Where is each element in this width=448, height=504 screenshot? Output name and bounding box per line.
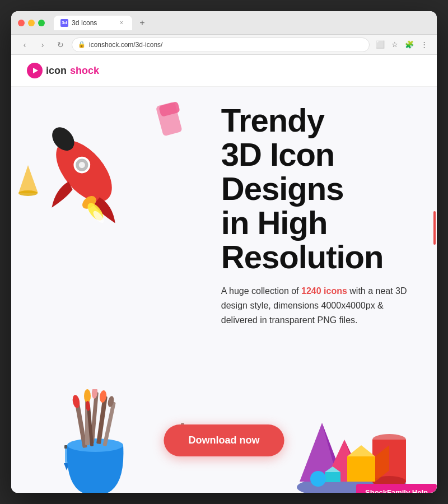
- svg-rect-42: [325, 472, 340, 482]
- tab-bar: 3d 3d Icons × +: [54, 16, 430, 30]
- hero-title-line5: Resolution: [221, 239, 384, 275]
- refresh-button[interactable]: ↻: [54, 38, 67, 52]
- logo-play-icon: [33, 68, 38, 73]
- screenshot-icon[interactable]: ⬜: [374, 39, 386, 51]
- hero-title-line3: Designs: [221, 170, 344, 207]
- extension-icon[interactable]: 🧩: [403, 39, 416, 51]
- paintbrush-container: [45, 389, 146, 493]
- svg-marker-10: [18, 165, 38, 193]
- hero-title-line4: in High: [221, 204, 328, 241]
- lock-icon: 🔒: [78, 41, 86, 48]
- browser-tab[interactable]: 3d 3d Icons ×: [54, 16, 132, 30]
- hero-title-line2: 3D Icon: [221, 136, 335, 172]
- logo-icon: [27, 63, 43, 78]
- hero-section: Trendy 3D Icon Designs in High Resolutio…: [11, 87, 437, 493]
- hero-title: Trendy 3D Icon Designs in High Resolutio…: [221, 104, 426, 274]
- forward-button[interactable]: ›: [36, 38, 49, 52]
- float-pink-shape: [154, 101, 185, 137]
- title-bar: 3d 3d Icons × +: [11, 11, 437, 35]
- new-tab-button[interactable]: +: [136, 16, 149, 30]
- address-bar: ‹ › ↻ 🔒 iconshock.com/3d-icons/ ⬜ ☆ 🧩 ⋮: [11, 35, 437, 55]
- logo-text-icon: icon: [46, 65, 67, 77]
- description-before: A huge collection of: [221, 286, 301, 296]
- tab-title: 3d Icons: [72, 19, 97, 27]
- minimize-traffic-light[interactable]: [28, 20, 35, 26]
- download-now-button[interactable]: Download now: [164, 424, 284, 456]
- close-traffic-light[interactable]: [18, 20, 25, 26]
- page-content: iconshock: [11, 55, 437, 493]
- svg-point-4: [79, 162, 85, 168]
- svg-point-22: [84, 389, 91, 403]
- bookmark-star-icon[interactable]: ☆: [389, 39, 401, 51]
- traffic-lights: [18, 20, 45, 26]
- url-bar[interactable]: 🔒 iconshock.com/3d-icons/: [72, 38, 370, 52]
- svg-marker-40: [347, 445, 375, 456]
- svg-point-11: [18, 190, 38, 196]
- rocket-illustration: [28, 104, 140, 249]
- url-text: iconshock.com/3d-icons/: [89, 41, 162, 49]
- toolbar-actions: ⬜ ☆ 🧩 ⋮: [374, 39, 430, 51]
- download-button-container: Download now: [164, 424, 284, 456]
- svg-point-18: [67, 438, 123, 452]
- site-header: iconshock: [11, 55, 437, 87]
- svg-rect-39: [347, 456, 375, 482]
- hero-title-line1: Trendy: [221, 102, 324, 138]
- scroll-indicator[interactable]: [433, 211, 436, 245]
- hero-description: A huge collection of 1240 icons with a n…: [221, 284, 412, 327]
- bottom-section: Download now: [11, 378, 437, 493]
- back-button[interactable]: ‹: [18, 38, 31, 52]
- svg-point-44: [310, 471, 326, 487]
- logo-text-shock: shock: [70, 65, 99, 77]
- shock-family-badge[interactable]: ShockFamily Help: [356, 484, 437, 493]
- highlight-count: 1240 icons: [301, 286, 347, 296]
- browser-window: 3d 3d Icons × + ‹ › ↻ 🔒 iconshock.com/3d…: [11, 11, 437, 493]
- more-options-icon[interactable]: ⋮: [418, 39, 430, 51]
- site-logo[interactable]: iconshock: [27, 63, 99, 78]
- tab-favicon: 3d: [60, 19, 68, 27]
- tab-close-button[interactable]: ×: [118, 19, 125, 27]
- float-yellow-cone: [16, 162, 41, 196]
- maximize-traffic-light[interactable]: [38, 20, 45, 26]
- shapes-container: [291, 389, 414, 493]
